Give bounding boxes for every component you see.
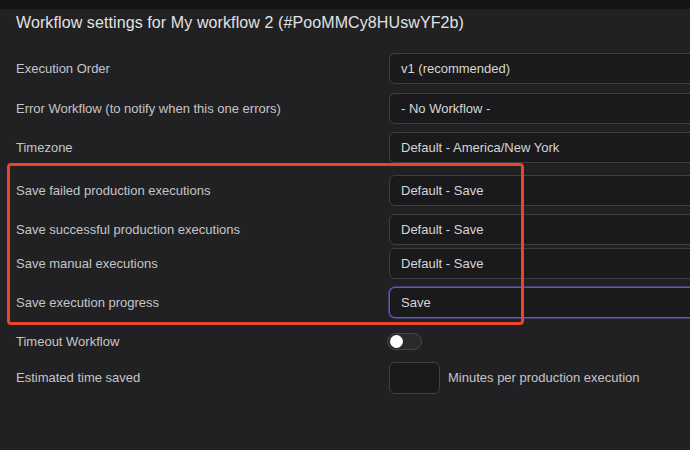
execution-order-select[interactable]: v1 (recommended) [389, 53, 690, 84]
estimated-time-input[interactable] [389, 362, 440, 394]
save-progress-label: Save execution progress [16, 287, 159, 318]
save-successful-label: Save successful production executions [16, 214, 240, 245]
error-workflow-label: Error Workflow (to notify when this one … [16, 93, 281, 124]
save-manual-label: Save manual executions [16, 248, 158, 279]
save-manual-select[interactable]: Default - Save [389, 248, 690, 279]
save-progress-select[interactable]: Save [389, 287, 690, 318]
toggle-knob [390, 335, 403, 348]
estimated-time-suffix: Minutes per production execution [448, 362, 640, 394]
error-workflow-select[interactable]: - No Workflow - [389, 93, 690, 124]
timeout-workflow-label: Timeout Workflow [16, 326, 119, 357]
save-successful-select[interactable]: Default - Save [389, 214, 690, 245]
execution-order-label: Execution Order [16, 53, 110, 84]
save-failed-select[interactable]: Default - Save [389, 175, 690, 206]
timezone-select[interactable]: Default - America/New York [389, 132, 690, 163]
timezone-label: Timezone [16, 132, 73, 163]
timeout-workflow-toggle[interactable] [387, 333, 422, 350]
dialog-title: Workflow settings for My workflow 2 (#Po… [16, 14, 464, 32]
top-edge-band [0, 0, 690, 9]
save-failed-label: Save failed production executions [16, 175, 210, 206]
estimated-time-label: Estimated time saved [16, 362, 140, 394]
